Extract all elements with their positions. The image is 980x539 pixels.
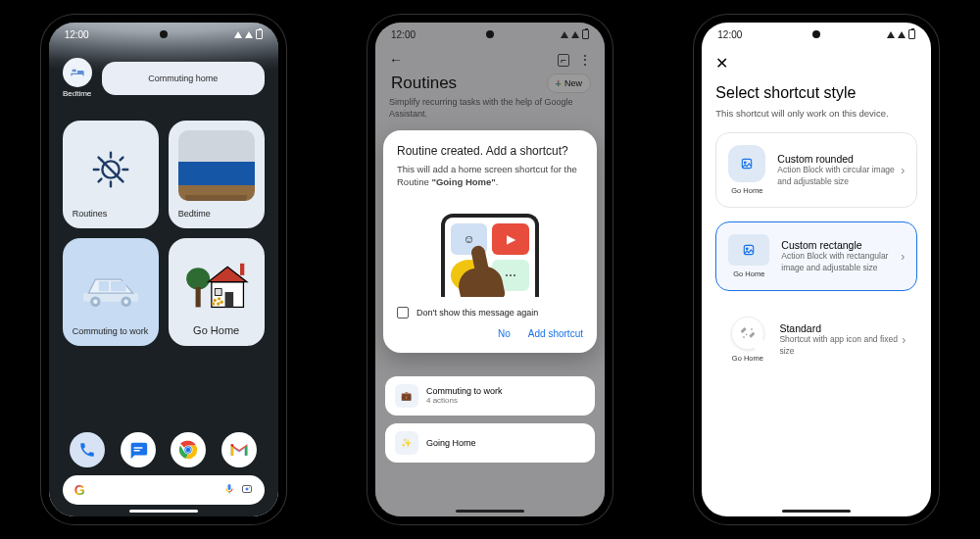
signal-icon — [245, 31, 253, 38]
briefcase-icon: 💼 — [395, 384, 418, 408]
signal-icon — [561, 31, 568, 38]
svg-point-27 — [220, 301, 222, 304]
car-icon — [73, 248, 149, 326]
svg-point-16 — [186, 268, 210, 289]
routine-row[interactable]: 💼 Commuting to work 4 actions — [385, 376, 595, 416]
bedtime-shortcut[interactable]: Bedtime — [63, 58, 92, 98]
dialog-routine-name: "Going Home" — [431, 176, 495, 187]
dialog-no-button[interactable]: No — [498, 328, 511, 339]
option-standard[interactable]: G Go Home Standard Shortcut with app ico… — [715, 305, 917, 374]
option-desc: Shortcut with app icon and fixed size — [779, 334, 906, 356]
nav-handle[interactable] — [456, 510, 524, 513]
messages-app-icon[interactable] — [121, 432, 156, 467]
svg-rect-17 — [195, 287, 200, 308]
bed-icon — [63, 58, 92, 87]
status-icons — [234, 29, 263, 39]
status-icons — [561, 29, 589, 39]
svg-point-41 — [743, 336, 744, 337]
signal-icon — [898, 31, 906, 38]
mic-icon[interactable] — [223, 481, 235, 499]
option-desc: Action Block with circular image and adj… — [777, 165, 905, 186]
google-g-icon: G — [74, 482, 85, 498]
routine-row-sub: 4 actions — [426, 396, 503, 405]
checkbox-icon — [397, 307, 409, 318]
status-time: 12:00 — [717, 29, 742, 40]
svg-rect-10 — [98, 281, 108, 291]
routine-row[interactable]: ✨ Going Home — [385, 423, 595, 463]
status-bar: 12:00 — [702, 23, 931, 46]
phone-dialog-screen: 12:00 ← ⌐ ⋮ Routines + New S — [368, 15, 612, 524]
svg-point-33 — [186, 448, 191, 453]
phone-app-icon[interactable] — [70, 432, 105, 467]
close-button[interactable]: ✕ — [702, 52, 931, 74]
bedtime-image — [178, 130, 255, 201]
tile-go-home-label: Go Home — [178, 324, 255, 336]
tile-bedtime-label: Bedtime — [178, 209, 255, 219]
option-title: Custom rounded — [777, 153, 905, 165]
signal-icon — [234, 31, 242, 38]
wand-icon: ✨ — [395, 431, 418, 455]
modal-overlay: Routine created. Add a shortcut? This wi… — [375, 23, 605, 516]
tile-routines-label: Routines — [73, 209, 149, 219]
routine-row-title: Commuting to work — [426, 386, 503, 396]
tile-go-home[interactable]: Go Home — [169, 238, 265, 346]
status-icons — [887, 29, 915, 39]
svg-line-7 — [120, 179, 122, 182]
svg-point-23 — [213, 299, 216, 302]
option-title: Custom rectangle — [781, 239, 905, 251]
option-desc: Action Block with rectangular image and … — [781, 251, 905, 272]
option-custom-rounded[interactable]: Go Home Custom rounded Action Block with… — [715, 132, 917, 208]
commuting-home-label: Commuting home — [148, 74, 218, 83]
gmail-app-icon[interactable] — [221, 432, 257, 467]
add-shortcut-dialog: Routine created. Add a shortcut? This wi… — [383, 130, 597, 353]
status-time: 12:00 — [65, 29, 89, 40]
option-custom-rectangle[interactable]: Go Home Custom rectangle Action Block wi… — [715, 221, 917, 291]
status-bar: 12:00 — [49, 23, 278, 46]
battery-icon — [582, 29, 589, 39]
svg-point-26 — [217, 302, 220, 305]
tile-commuting-to-work[interactable]: Commuting to work — [63, 238, 159, 346]
svg-point-24 — [218, 297, 220, 300]
dialog-add-shortcut-button[interactable]: Add shortcut — [528, 328, 583, 339]
go-home-icon — [178, 248, 255, 324]
nav-handle[interactable] — [129, 510, 198, 513]
battery-icon — [256, 29, 263, 39]
tile-bedtime[interactable]: Bedtime — [169, 121, 265, 228]
rectangle-preview-icon — [728, 234, 769, 266]
dialog-text: This will add a home screen shortcut for… — [397, 164, 583, 189]
svg-line-6 — [98, 158, 101, 161]
chevron-right-icon: › — [902, 333, 906, 347]
commuting-home-widget[interactable]: Commuting home — [102, 62, 265, 95]
preview-label: Go Home — [733, 270, 764, 278]
phone-shortcut-style-screen: 12:00 ✕ Select shortcut style This short… — [694, 15, 939, 524]
chrome-app-icon[interactable] — [171, 432, 206, 467]
option-title: Standard — [779, 322, 906, 334]
svg-rect-28 — [133, 447, 142, 448]
routine-row-title: Going Home — [426, 438, 476, 448]
svg-line-9 — [120, 158, 122, 161]
svg-rect-21 — [224, 292, 233, 307]
dialog-title: Routine created. Add a shortcut? — [397, 144, 583, 158]
dont-show-label: Don't show this message again — [416, 308, 538, 318]
status-bar: 12:00 — [375, 23, 605, 46]
dont-show-checkbox[interactable]: Don't show this message again — [397, 307, 583, 318]
svg-point-36 — [249, 487, 250, 488]
search-bar[interactable]: G — [63, 475, 265, 505]
svg-point-25 — [212, 302, 215, 305]
chevron-right-icon: › — [901, 164, 905, 177]
nav-handle[interactable] — [782, 510, 851, 513]
lens-icon[interactable] — [241, 481, 253, 499]
svg-rect-11 — [111, 281, 126, 291]
bedtime-shortcut-label: Bedtime — [63, 89, 91, 98]
routines-icon — [88, 147, 133, 192]
signal-icon — [571, 31, 579, 38]
background-routine-list: 💼 Commuting to work 4 actions ✨ Going Ho… — [375, 353, 605, 470]
rounded-preview-icon — [728, 145, 765, 182]
chevron-right-icon: › — [901, 250, 905, 264]
tile-routines[interactable]: Routines — [63, 121, 159, 228]
dialog-illustration: ☺ ▶ ⋯ — [421, 199, 559, 297]
page-subtitle: This shortcut will only work on this dev… — [702, 108, 931, 132]
svg-rect-20 — [240, 264, 244, 275]
svg-point-42 — [746, 334, 747, 335]
svg-point-35 — [245, 488, 248, 491]
